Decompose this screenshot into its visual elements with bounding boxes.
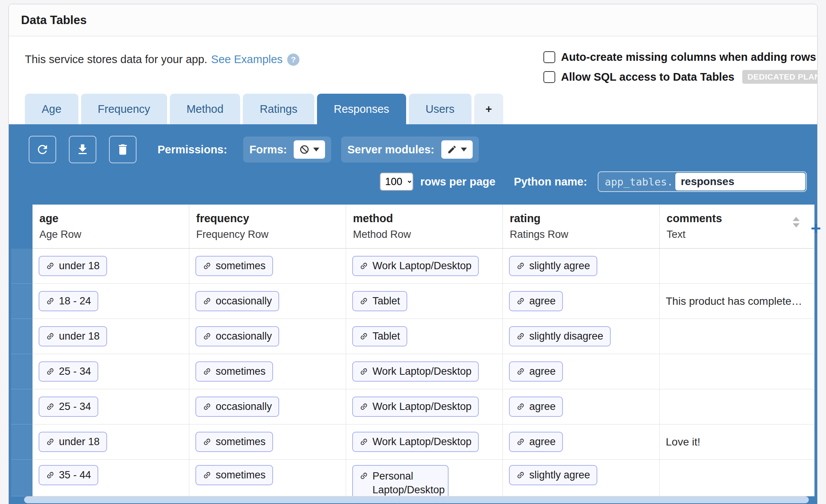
column-header-frequency[interactable]: frequency Frequency Row	[189, 205, 346, 249]
table-header-row: age Age Row frequency Frequency Row meth…	[33, 205, 815, 249]
rows-per-page-label: rows per page	[420, 176, 496, 188]
linked-row-chip[interactable]: agree	[509, 432, 563, 452]
help-icon[interactable]: ?	[287, 54, 299, 66]
link-icon	[514, 260, 527, 272]
linked-row-chip[interactable]: 18 - 24	[39, 291, 98, 311]
download-button[interactable]	[69, 136, 96, 163]
linked-row-chip[interactable]: occasionally	[195, 326, 279, 346]
link-icon	[201, 469, 213, 481]
tab-method[interactable]: Method	[170, 94, 241, 124]
cell-comments[interactable]	[660, 460, 815, 496]
linked-row-chip[interactable]: occasionally	[195, 291, 279, 311]
link-icon	[514, 295, 527, 307]
cell-comments[interactable]: Love it!	[660, 424, 815, 460]
python-name-input[interactable]	[675, 173, 805, 190]
link-icon	[358, 470, 370, 482]
allow-sql-checkbox[interactable]	[543, 71, 555, 83]
column-header-age[interactable]: age Age Row	[33, 205, 189, 249]
row-handle[interactable]	[11, 424, 33, 460]
link-icon	[44, 469, 57, 481]
server-modules-permission-dropdown[interactable]	[441, 140, 473, 159]
link-icon	[201, 295, 213, 307]
linked-row-chip[interactable]: slightly agree	[509, 256, 597, 276]
cell-age: 25 - 34	[33, 354, 189, 389]
row-handle[interactable]	[11, 389, 33, 424]
see-examples-link[interactable]: See Examples	[211, 53, 283, 66]
cell-rating: agree	[503, 354, 660, 389]
link-icon	[201, 400, 213, 413]
download-icon	[76, 143, 89, 156]
linked-row-chip[interactable]: 25 - 34	[39, 397, 98, 417]
link-icon	[201, 436, 213, 448]
tab-frequency[interactable]: Frequency	[81, 94, 167, 124]
link-icon	[514, 436, 527, 448]
linked-row-chip[interactable]: slightly disagree	[509, 326, 611, 346]
linked-row-chip[interactable]: agree	[509, 291, 563, 311]
sort-icons[interactable]	[793, 217, 800, 228]
delete-button[interactable]	[109, 136, 137, 163]
cell-comments[interactable]	[660, 319, 815, 354]
cell-comments[interactable]	[660, 389, 815, 424]
linked-row-chip[interactable]: Work Laptop/Desktop	[352, 256, 479, 276]
row-handle[interactable]	[11, 249, 33, 284]
rows-per-page-select[interactable]: 100	[380, 172, 413, 191]
row-handle[interactable]	[11, 460, 33, 496]
tab-users[interactable]: Users	[409, 94, 472, 124]
no-access-icon	[299, 145, 309, 154]
cell-frequency: occasionally	[189, 389, 346, 424]
linked-row-chip[interactable]: Tablet	[352, 291, 407, 311]
add-table-tab[interactable]: +	[474, 94, 504, 124]
tab-ratings[interactable]: Ratings	[243, 94, 314, 124]
cell-comments[interactable]: This product has complete…	[660, 284, 815, 319]
column-header-rating[interactable]: rating Ratings Row	[503, 205, 660, 249]
cell-age: 25 - 34	[33, 389, 189, 424]
cell-comments[interactable]	[660, 249, 815, 284]
linked-row-chip[interactable]: Work Laptop/Desktop	[352, 397, 479, 417]
cell-method: Work Laptop/Desktop	[346, 389, 503, 424]
linked-row-chip[interactable]: 35 - 44	[39, 465, 98, 485]
linked-row-chip[interactable]: sometimes	[195, 256, 273, 276]
tab-responses[interactable]: Responses	[317, 94, 406, 124]
horizontal-scrollbar[interactable]	[24, 496, 809, 503]
table-panel: Permissions: Forms: Server modules: 100	[9, 124, 817, 504]
linked-row-chip[interactable]: sometimes	[195, 432, 273, 452]
table-body: under 18 sometimes Work Laptop/Desktop s…	[33, 249, 815, 496]
cell-comments[interactable]	[660, 354, 815, 389]
linked-row-chip[interactable]: sometimes	[195, 361, 273, 382]
table-row: under 18 occasionally Tablet slightly di…	[33, 319, 815, 354]
cell-rating: agree	[503, 424, 660, 460]
row-handle[interactable]	[11, 354, 33, 389]
tab-age[interactable]: Age	[25, 94, 78, 124]
linked-row-chip[interactable]: Personal Laptop/Desktop	[352, 465, 449, 496]
linked-row-chip[interactable]: sometimes	[195, 465, 273, 485]
column-header-comments[interactable]: comments Text	[660, 205, 815, 249]
table-row: 35 - 44 sometimes Personal Laptop/Deskto…	[33, 460, 815, 496]
linked-row-chip[interactable]: Work Laptop/Desktop	[352, 432, 479, 452]
caret-down-icon	[313, 148, 319, 151]
permissions-label: Permissions:	[158, 143, 227, 156]
auto-create-option: Auto-create missing columns when adding …	[543, 51, 818, 63]
python-name-group: app_tables.	[598, 171, 807, 192]
linked-row-chip[interactable]: agree	[509, 361, 563, 382]
row-handle[interactable]	[11, 284, 33, 319]
forms-permission-dropdown[interactable]	[294, 140, 325, 159]
linked-row-chip[interactable]: 25 - 34	[39, 361, 98, 382]
cell-rating: agree	[503, 389, 660, 424]
linked-row-chip[interactable]: Work Laptop/Desktop	[352, 361, 479, 382]
linked-row-chip[interactable]: agree	[509, 397, 563, 417]
linked-row-chip[interactable]: occasionally	[195, 397, 279, 417]
cell-frequency: sometimes	[189, 354, 346, 389]
row-handle[interactable]	[11, 319, 33, 354]
column-header-method[interactable]: method Method Row	[346, 205, 503, 249]
refresh-button[interactable]	[29, 136, 56, 163]
add-column-button[interactable]: +	[811, 218, 821, 239]
sort-asc-icon	[793, 217, 800, 221]
link-icon	[44, 436, 57, 448]
linked-row-chip[interactable]: under 18	[39, 326, 107, 346]
linked-row-chip[interactable]: under 18	[39, 256, 107, 276]
linked-row-chip[interactable]: under 18	[39, 432, 107, 452]
linked-row-chip[interactable]: Tablet	[352, 326, 407, 346]
link-icon	[358, 436, 370, 448]
linked-row-chip[interactable]: slightly agree	[509, 465, 597, 485]
auto-create-checkbox[interactable]	[543, 51, 555, 63]
